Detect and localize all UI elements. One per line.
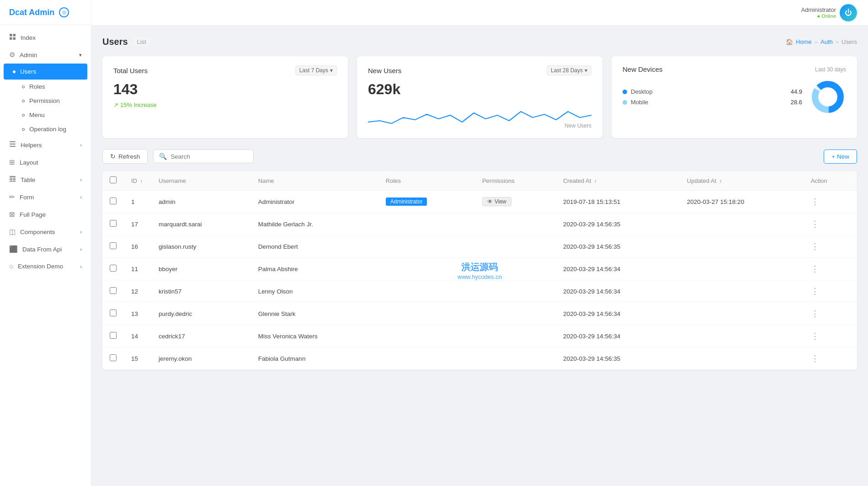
sidebar-item-permission[interactable]: Permission bbox=[0, 94, 91, 108]
extensiondemo-chevron-icon: › bbox=[80, 264, 82, 269]
cell-permissions: 👁 View bbox=[475, 191, 556, 213]
increase-arrow-icon: ↗ bbox=[113, 101, 118, 108]
content-area: Users List 🏠 Home » Auth » Users Total U… bbox=[91, 26, 868, 486]
sidebar-item-operationlog[interactable]: Operation log bbox=[0, 122, 91, 136]
sidebar-group-components[interactable]: ◫ Components › bbox=[0, 223, 91, 240]
table-body: 1 admin Administrator Administrator 👁 Vi… bbox=[102, 191, 857, 370]
cell-username: gislason.rusty bbox=[151, 235, 251, 258]
row-checkbox[interactable] bbox=[110, 220, 117, 227]
sidebar-item-layout[interactable]: ⊞ Layout bbox=[0, 154, 91, 171]
action-menu-btn[interactable]: ⋮ bbox=[811, 242, 820, 251]
created-at-sort-icon[interactable]: ↑ bbox=[594, 178, 597, 184]
action-menu-btn[interactable]: ⋮ bbox=[811, 264, 820, 273]
index-icon bbox=[9, 33, 16, 42]
table-row: 16 gislason.rusty Demond Ebert 2020-03-2… bbox=[102, 235, 857, 258]
cell-name: Demond Ebert bbox=[251, 235, 378, 258]
row-checkbox[interactable] bbox=[110, 242, 117, 249]
id-sort-icon[interactable]: ↑ bbox=[140, 178, 143, 184]
search-input[interactable] bbox=[170, 153, 248, 160]
topbar-status: ● Online bbox=[801, 13, 836, 19]
action-menu-btn[interactable]: ⋮ bbox=[811, 331, 820, 341]
table-row: 11 bboyer Palma Abshire 2020-03-29 14:56… bbox=[102, 258, 857, 280]
total-users-value: 143 bbox=[113, 81, 337, 98]
row-checkbox[interactable] bbox=[110, 265, 117, 272]
svg-rect-10 bbox=[10, 179, 12, 180]
sidebar-group-datafromapi[interactable]: ⬛ Data From Api › bbox=[0, 240, 91, 258]
svg-rect-13 bbox=[13, 181, 16, 182]
new-users-period-btn[interactable]: Last 28 Days ▾ bbox=[547, 65, 591, 75]
main-area: Administrator ● Online ⏻ Users List 🏠 Ho… bbox=[91, 0, 868, 486]
cell-roles bbox=[378, 347, 475, 370]
sidebar-group-table[interactable]: Table › bbox=[0, 171, 91, 188]
action-menu-btn[interactable]: ⋮ bbox=[811, 287, 820, 296]
helpers-icon bbox=[9, 141, 16, 149]
svg-rect-7 bbox=[10, 176, 16, 177]
sidebar-group-table-label: Table bbox=[21, 176, 35, 183]
toolbar-left: ↻ Refresh 🔍 bbox=[102, 149, 254, 164]
header-created-at: Created At ↑ bbox=[556, 171, 680, 191]
sidebar-group-form[interactable]: ✏ Form › bbox=[0, 188, 91, 206]
action-menu-btn[interactable]: ⋮ bbox=[811, 354, 820, 363]
view-permission-btn[interactable]: 👁 View bbox=[482, 197, 511, 206]
breadcrumb-home[interactable]: Home bbox=[796, 38, 812, 45]
cell-id: 11 bbox=[124, 258, 151, 280]
cell-name: Palma Abshire bbox=[251, 258, 378, 280]
sidebar-item-menu[interactable]: Menu bbox=[0, 108, 91, 122]
sidebar-group-extensiondemo[interactable]: ○ Extension Demo › bbox=[0, 258, 91, 275]
row-checkbox[interactable] bbox=[110, 332, 117, 339]
svg-rect-3 bbox=[13, 37, 16, 40]
svg-rect-9 bbox=[13, 178, 16, 179]
cell-created-at: 2020-03-29 14:56:34 bbox=[556, 303, 680, 325]
fullpage-icon: ⊠ bbox=[9, 210, 15, 219]
sidebar-group-admin[interactable]: ⚙ Admin ▾ bbox=[0, 46, 91, 64]
new-devices-title: New Devices bbox=[623, 65, 663, 73]
sidebar-item-fullpage[interactable]: ⊠ Full Page bbox=[0, 206, 91, 223]
topbar: Administrator ● Online ⏻ bbox=[91, 0, 868, 26]
sidebar-nav: Index ⚙ Admin ▾ Users Roles Permission M… bbox=[0, 25, 91, 278]
action-menu-btn[interactable]: ⋮ bbox=[811, 309, 820, 318]
header-checkbox-cell bbox=[102, 171, 124, 191]
cell-permissions bbox=[475, 280, 556, 303]
cell-username: cedrick17 bbox=[151, 325, 251, 347]
page-header: Users List 🏠 Home » Auth » Users bbox=[102, 37, 857, 47]
action-menu-btn[interactable]: ⋮ bbox=[811, 219, 820, 229]
new-users-chart-label: New Users bbox=[564, 123, 591, 129]
cell-created-at: 2020-03-29 14:56:35 bbox=[556, 213, 680, 235]
row-checkbox[interactable] bbox=[110, 310, 117, 316]
cell-username: kristin57 bbox=[151, 280, 251, 303]
cell-updated-at bbox=[680, 325, 804, 347]
cell-name: Glennie Stark bbox=[251, 303, 378, 325]
cell-roles bbox=[378, 303, 475, 325]
cell-username: admin bbox=[151, 191, 251, 213]
cell-roles bbox=[378, 213, 475, 235]
permission-dot bbox=[22, 100, 25, 102]
sidebar-group-helpers[interactable]: Helpers › bbox=[0, 136, 91, 154]
new-label: + New bbox=[831, 153, 849, 160]
row-checkbox[interactable] bbox=[110, 198, 117, 204]
header-username: Username bbox=[151, 171, 251, 191]
sidebar-item-roles[interactable]: Roles bbox=[0, 80, 91, 94]
logo-icon: ⊙ bbox=[59, 7, 69, 17]
refresh-button[interactable]: ↻ Refresh bbox=[102, 149, 148, 164]
row-checkbox[interactable] bbox=[110, 354, 117, 361]
avatar[interactable]: ⏻ bbox=[840, 4, 857, 21]
donut-chart bbox=[809, 79, 846, 115]
select-all-checkbox[interactable] bbox=[110, 176, 117, 183]
new-button[interactable]: + New bbox=[824, 150, 857, 164]
sidebar-item-index-label: Index bbox=[21, 34, 36, 41]
stat-card-new-users-header: New Users Last 28 Days ▾ bbox=[368, 65, 591, 75]
svg-rect-1 bbox=[13, 34, 16, 37]
total-users-period-btn[interactable]: Last 7 Days ▾ bbox=[295, 65, 337, 75]
admin-chevron-icon: ▾ bbox=[79, 52, 82, 58]
sidebar-item-users[interactable]: Users bbox=[4, 64, 87, 80]
updated-at-sort-icon[interactable]: ↑ bbox=[719, 178, 722, 184]
svg-rect-5 bbox=[10, 144, 16, 144]
breadcrumb-auth[interactable]: Auth bbox=[820, 38, 833, 45]
cell-permissions bbox=[475, 235, 556, 258]
desktop-label: Desktop bbox=[631, 88, 787, 95]
sidebar-item-index[interactable]: Index bbox=[0, 29, 91, 46]
row-checkbox[interactable] bbox=[110, 287, 117, 294]
legend-mobile: Mobile 28.6 bbox=[623, 99, 802, 106]
action-menu-btn[interactable]: ⋮ bbox=[811, 197, 820, 206]
total-users-period-chevron: ▾ bbox=[330, 67, 333, 74]
